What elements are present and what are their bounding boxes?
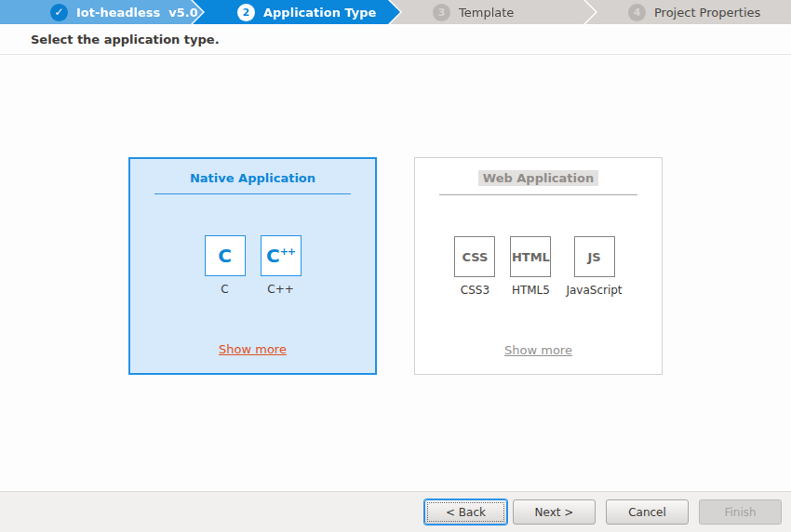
tile-sup-text: ++ (280, 246, 295, 258)
c-language-icon: C (205, 235, 246, 276)
back-button[interactable]: < Back (424, 499, 507, 525)
language-item-html: HTML HTML5 (510, 236, 551, 297)
native-application-card[interactable]: Native Application C C C++ C++ Show more (128, 157, 377, 375)
tile-label: C (221, 283, 228, 296)
step-label: Application Type (263, 6, 376, 20)
tile-label: CSS3 (461, 284, 489, 297)
application-type-chooser: Native Application C C C++ C++ Show more (0, 55, 791, 491)
step-project-properties[interactable]: 4 Project Properties (583, 0, 791, 24)
web-application-card[interactable]: Web Application CSS CSS3 HTML HTML5 (414, 157, 663, 375)
card-title-rule (154, 193, 351, 194)
step-template[interactable]: 3 Template (388, 0, 596, 24)
css-language-icon: CSS (454, 236, 495, 277)
tile-label: HTML5 (512, 284, 550, 297)
tile-text: C (266, 245, 280, 267)
language-tiles: C C C++ C++ (205, 235, 302, 296)
tile-text: HTML (512, 250, 550, 264)
language-item-js: JS JavaScript (566, 236, 622, 297)
page-instruction: Select the application type. (31, 33, 220, 47)
language-item-c: C C (205, 235, 246, 296)
wizard-button-bar: < Back Next > Cancel Finish (0, 491, 791, 532)
step-number-badge: 2 (237, 4, 255, 21)
tile-text: JS (587, 250, 600, 264)
tile-text: CSS (462, 250, 488, 264)
card-title-rule (439, 194, 637, 195)
step-number-badge: 4 (628, 4, 646, 21)
web-show-more-link[interactable]: Show more (504, 343, 572, 357)
step-label: Project Properties (654, 6, 760, 20)
html-language-icon: HTML (510, 236, 551, 277)
step-number-badge: 3 (433, 4, 450, 21)
tile-label: C++ (267, 283, 294, 296)
cancel-button[interactable]: Cancel (606, 499, 689, 525)
step-label: Template (459, 6, 514, 20)
language-item-cpp: C++ C++ (261, 235, 302, 296)
tile-text: C (218, 245, 232, 267)
card-title: Native Application (190, 171, 315, 185)
wizard-window: ✓ Iot-headless v5.0 2 Application Type 3… (0, 0, 791, 532)
page-instruction-bar: Select the application type. (0, 24, 791, 55)
wizard-stepper: ✓ Iot-headless v5.0 2 Application Type 3… (0, 0, 791, 24)
step-project-name[interactable]: ✓ Iot-headless v5.0 (0, 0, 203, 24)
check-icon: ✓ (50, 4, 68, 21)
cpp-language-icon: C++ (261, 235, 302, 276)
language-item-css: CSS CSS3 (454, 236, 495, 297)
finish-button: Finish (699, 499, 782, 525)
next-button[interactable]: Next > (513, 499, 596, 525)
language-tiles: CSS CSS3 HTML HTML5 JS JavaScript (454, 236, 622, 297)
js-language-icon: JS (574, 236, 615, 277)
step-label: Iot-headless v5.0 (76, 6, 198, 20)
tile-label: JavaScript (566, 284, 622, 297)
step-application-type[interactable]: 2 Application Type (191, 0, 400, 24)
native-show-more-link[interactable]: Show more (219, 342, 287, 356)
card-title: Web Application (478, 170, 598, 186)
